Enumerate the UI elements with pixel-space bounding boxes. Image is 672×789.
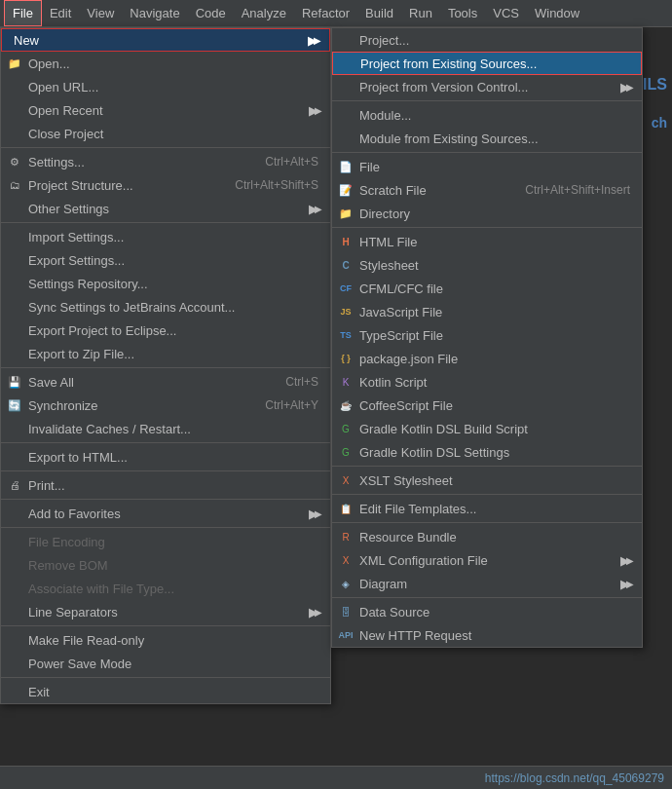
menu-file[interactable]: File xyxy=(4,0,42,26)
new-submenu-js[interactable]: JS JavaScript File xyxy=(332,300,642,323)
new-submenu-file[interactable]: 📄 File xyxy=(332,155,642,178)
js-icon: JS xyxy=(338,304,354,319)
ts-icon: TS xyxy=(338,327,354,343)
new-submenu-gradle-build[interactable]: G Gradle Kotlin DSL Build Script xyxy=(332,417,642,440)
separator xyxy=(332,100,642,101)
separator xyxy=(1,222,330,223)
new-submenu-pkg[interactable]: { } package.json File xyxy=(332,347,642,370)
menu-item-other-settings[interactable]: Other Settings ▶ xyxy=(1,197,330,220)
menu-run[interactable]: Run xyxy=(401,0,440,26)
new-submenu-coffee[interactable]: ☕ CoffeeScript File xyxy=(332,394,642,417)
menu-build[interactable]: Build xyxy=(357,0,401,26)
new-submenu-module-existing[interactable]: Module from Existing Sources... xyxy=(332,127,642,150)
menu-item-export-eclipse[interactable]: Export Project to Eclipse... xyxy=(1,319,330,342)
menu-item-invalidate-caches[interactable]: Invalidate Caches / Restart... xyxy=(1,417,330,440)
separator xyxy=(1,677,330,678)
new-submenu-cfml[interactable]: CF CFML/CFC file xyxy=(332,277,642,300)
shortcut-sync: Ctrl+Alt+Y xyxy=(245,398,318,412)
menu-item-open-url[interactable]: Open URL... xyxy=(1,75,330,98)
new-submenu-html[interactable]: H HTML File xyxy=(332,230,642,253)
menu-edit[interactable]: Edit xyxy=(42,0,79,26)
menu-item-sync-settings[interactable]: Sync Settings to JetBrains Account... xyxy=(1,295,330,319)
separator xyxy=(332,227,642,228)
menu-item-export-html[interactable]: Export to HTML... xyxy=(1,445,330,469)
new-submenu-module[interactable]: Module... xyxy=(332,103,642,127)
new-submenu-project[interactable]: Project... xyxy=(332,28,642,52)
new-submenu-scratch-file[interactable]: 📝 Scratch File Ctrl+Alt+Shift+Insert xyxy=(332,178,642,202)
save-icon: 💾 xyxy=(7,374,22,390)
menu-item-exit[interactable]: Exit xyxy=(1,680,330,703)
xslt-icon: X xyxy=(338,472,354,488)
menu-item-print[interactable]: 🖨 Print... xyxy=(1,473,330,497)
new-submenu-xml-config[interactable]: X XML Configuration File ▶ xyxy=(332,548,642,572)
shortcut-save-all: Ctrl+S xyxy=(266,375,318,389)
menu-item-export-settings[interactable]: Export Settings... xyxy=(1,248,330,272)
new-submenu-http-request[interactable]: API New HTTP Request xyxy=(332,623,642,647)
statusbar: https://blog.csdn.net/qq_45069279 xyxy=(0,766,672,789)
print-icon: 🖨 xyxy=(7,477,22,493)
shortcut-settings: Ctrl+Alt+S xyxy=(245,155,318,169)
arrow-icon: ▶ xyxy=(289,605,318,620)
separator xyxy=(1,147,330,148)
new-label: New xyxy=(14,33,39,48)
menu-item-line-separators[interactable]: Line Separators ▶ xyxy=(1,600,330,623)
menu-item-file-encoding: File Encoding xyxy=(1,530,330,553)
folder-icon: 📁 xyxy=(7,56,22,71)
css-icon: C xyxy=(338,257,354,273)
pkg-icon: { } xyxy=(338,351,354,366)
new-submenu-resource-bundle[interactable]: R Resource Bundle xyxy=(332,525,642,548)
new-submenu-xslt[interactable]: X XSLT Stylesheet xyxy=(332,469,642,492)
new-submenu-directory[interactable]: 📁 Directory xyxy=(332,202,642,225)
menu-item-new[interactable]: New ▶ xyxy=(1,28,330,52)
arrow-icon: ▶ xyxy=(601,553,630,568)
new-submenu-diagram[interactable]: ◈ Diagram ▶ xyxy=(332,572,642,595)
separator xyxy=(332,522,642,523)
menu-window[interactable]: Window xyxy=(527,0,587,26)
diagram-icon: ◈ xyxy=(338,576,354,591)
separator xyxy=(1,499,330,500)
new-submenu-edit-templates[interactable]: 📋 Edit File Templates... xyxy=(332,497,642,520)
new-submenu: Project... Project from Existing Sources… xyxy=(331,27,643,648)
arrow-icon: ▶ xyxy=(289,103,318,118)
menu-item-settings[interactable]: ⚙ Settings... Ctrl+Alt+S xyxy=(1,150,330,173)
menu-item-save-all[interactable]: 💾 Save All Ctrl+S xyxy=(1,370,330,394)
new-submenu-kotlin[interactable]: K Kotlin Script xyxy=(332,370,642,394)
status-url: https://blog.csdn.net/qq_45069279 xyxy=(485,771,664,785)
menubar: File Edit View Navigate Code Analyze Ref… xyxy=(0,0,672,27)
new-submenu-project-vcs[interactable]: Project from Version Control... ▶ xyxy=(332,75,642,98)
menu-item-open-recent[interactable]: Open Recent ▶ xyxy=(1,98,330,122)
gradle-icon: G xyxy=(338,421,354,436)
menu-item-make-read-only[interactable]: Make File Read-only xyxy=(1,628,330,652)
menu-navigate[interactable]: Navigate xyxy=(122,0,187,26)
new-submenu-ts[interactable]: TS TypeScript File xyxy=(332,323,642,347)
new-submenu-data-source[interactable]: 🗄 Data Source xyxy=(332,600,642,623)
menu-item-power-save[interactable]: Power Save Mode xyxy=(1,652,330,675)
new-submenu-stylesheet[interactable]: C Stylesheet xyxy=(332,253,642,277)
menu-item-project-structure[interactable]: 🗂 Project Structure... Ctrl+Alt+Shift+S xyxy=(1,173,330,197)
cfml-icon: CF xyxy=(338,281,354,296)
arrow-icon: ▶ xyxy=(601,80,630,94)
menu-analyze[interactable]: Analyze xyxy=(234,0,294,26)
menu-item-export-zip[interactable]: Export to Zip File... xyxy=(1,342,330,365)
separator xyxy=(1,442,330,443)
menu-code[interactable]: Code xyxy=(188,0,234,26)
menu-item-settings-repo[interactable]: Settings Repository... xyxy=(1,272,330,295)
arrow-icon: ▶ xyxy=(601,577,630,591)
menu-item-close-project[interactable]: Close Project xyxy=(1,122,330,145)
scratch-icon: 📝 xyxy=(338,182,354,198)
menu-vcs[interactable]: VCS xyxy=(485,0,527,26)
separator xyxy=(1,367,330,368)
menu-item-synchronize[interactable]: 🔄 Synchronize Ctrl+Alt+Y xyxy=(1,394,330,417)
new-submenu-gradle-settings[interactable]: G Gradle Kotlin DSL Settings xyxy=(332,440,642,464)
menu-item-open[interactable]: 📁 Open... xyxy=(1,52,330,75)
separator xyxy=(1,527,330,528)
menu-item-add-favorites[interactable]: Add to Favorites ▶ xyxy=(1,502,330,525)
sync-icon: 🔄 xyxy=(7,397,22,413)
menu-tools[interactable]: Tools xyxy=(440,0,485,26)
menu-refactor[interactable]: Refactor xyxy=(294,0,357,26)
menu-view[interactable]: View xyxy=(79,0,122,26)
arrow-icon: ▶ xyxy=(289,507,318,521)
separator xyxy=(332,152,642,153)
menu-item-import-settings[interactable]: Import Settings... xyxy=(1,225,330,248)
new-submenu-project-existing[interactable]: Project from Existing Sources... xyxy=(332,52,642,75)
